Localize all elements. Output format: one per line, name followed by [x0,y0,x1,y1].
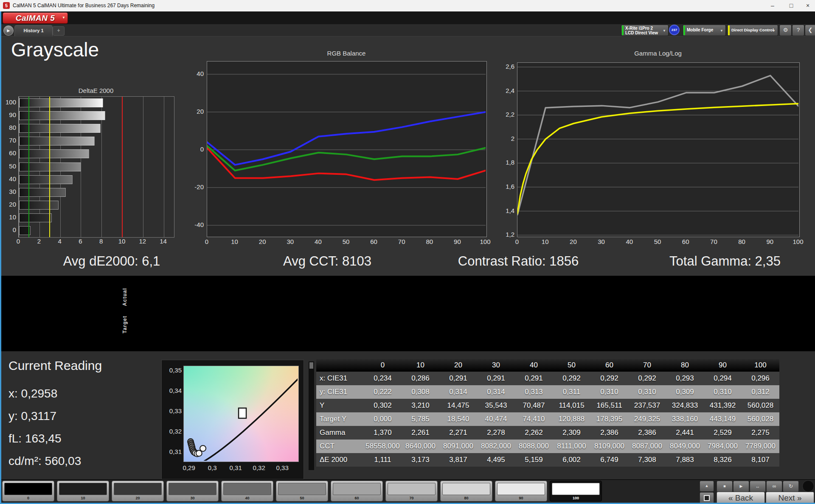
step-button[interactable]: ↔ [750,481,766,492]
pattern-tile-90[interactable]: 90 [495,481,547,501]
table-cell: 5,785 [402,412,439,426]
logo-row: CalMAN 5 ▼ [0,11,815,24]
pattern-window-button[interactable] [700,492,714,504]
deltae-xtick: 14 [158,238,169,245]
pattern-tile-100[interactable]: 100 [550,481,602,501]
refresh-button[interactable]: ↻ [783,481,799,492]
pattern-swatch-80 [442,483,490,495]
current-reading-y: y: 0,3117 [8,409,56,423]
rgb-ytick: 0 [182,146,204,153]
table-cell: 2,309 [553,426,590,440]
source-name: Mobile Forge [687,28,713,32]
step-icon: ↔ [756,484,760,489]
gamma-chart-title: Gamma Log/Log [603,50,713,57]
add-tab-button[interactable]: + [53,26,65,36]
deltae-xtick: 0 [13,238,23,245]
window-title: CalMAN 5 CalMAN Ultimate for Business 26… [13,3,155,8]
settings-button[interactable]: ⚙ [779,25,792,36]
table-cell: 2,261 [402,426,439,440]
pattern-tile-20[interactable]: 20 [112,481,164,501]
pattern-swatch-30 [169,483,216,495]
help-button[interactable]: ? [792,25,804,36]
table-header-cell: 90 [704,359,742,372]
current-reading-title: Current Reading [8,358,102,373]
table-header-cell: 40 [515,359,553,372]
gamma-xtick: 80 [736,238,748,245]
loop-icon: ∞ [773,483,776,489]
table-cell: 0,314 [477,385,515,399]
table-header-cell: 20 [439,359,477,372]
meter-selector[interactable]: X-Rite i1Pro 2 LCD Direct View ▼ [621,25,669,36]
rgb-xtick: 0 [200,238,213,245]
display-status-bar [728,25,730,35]
next-label: Next [778,493,795,502]
table-row-label: x: CIE31 [316,372,364,385]
gamma-ytick: 2,2 [494,111,514,118]
gamma-ytick: 2,4 [494,87,514,94]
meter-count-badge[interactable]: 237 [669,25,680,35]
ref-line-warning [49,97,50,237]
rgb-chart-title: RGB Balance [291,50,402,57]
minimize-button[interactable]: – [763,0,782,11]
display-control-selector[interactable]: Direct Display Control ▼ [727,25,778,36]
pattern-tile-80[interactable]: 80 [440,481,492,501]
pattern-tile-70[interactable]: 70 [385,481,438,501]
current-reading-fl: fL: 163,45 [8,432,62,445]
table-scrollbar-thumb[interactable] [309,362,313,369]
pattern-tile-60[interactable]: 60 [331,481,383,501]
table-cell: 0,292 [590,372,628,385]
deltae-xtick: 6 [75,238,85,245]
maximize-button[interactable]: □ [782,0,801,11]
pattern-tile-label: 90 [495,496,547,500]
pattern-up-button[interactable]: ▲ [700,481,714,492]
pattern-tile-40[interactable]: 40 [221,481,273,501]
cie-ytick: 0,34 [166,387,182,394]
calman-logo-menu[interactable]: CalMAN 5 ▼ [3,12,68,24]
table-cell: 8082,000 [477,440,515,453]
source-selector[interactable]: Mobile Forge ▼ [683,25,726,36]
pattern-tile-30[interactable]: 30 [166,481,219,501]
table-cell: 4,495 [477,453,515,467]
table-cell: 2,386 [590,426,628,440]
stop-button[interactable]: ■ [717,481,733,492]
close-button[interactable]: × [801,0,815,11]
table-cell: 0,296 [742,372,779,385]
pattern-swatch-90 [497,483,545,495]
pattern-tile-50[interactable]: 50 [276,481,328,501]
table-cell: 8,107 [742,453,779,467]
pattern-tile-10[interactable]: 10 [57,481,109,501]
gamma-xtick: 50 [651,238,664,245]
pattern-tile-0[interactable]: 0 [2,481,54,501]
play-button[interactable]: ▶ [733,481,749,492]
rgb-xtick: 90 [451,238,464,245]
current-reading-cdm2: cd/m²: 560,03 [8,454,81,468]
tab-scroll-button[interactable]: ▶ [3,25,14,36]
table-scrollbar[interactable] [309,361,314,470]
tab-history-1[interactable]: History 1 [14,25,53,36]
rgb-xtick: 20 [256,238,269,245]
next-button[interactable]: Next » [766,492,814,504]
collapse-toolbar-button[interactable]: ❮ [805,25,815,36]
table-cell: 0,314 [439,385,477,399]
deltae-bar-60 [19,149,89,158]
back-button[interactable]: « Back [717,492,765,504]
table-cell: 0,291 [515,372,553,385]
rgb-balance-chart [207,61,487,237]
loop-button[interactable]: ∞ [766,481,782,492]
gear-icon: ⚙ [783,27,788,33]
table-cell: 40,474 [477,412,515,426]
gamma-xtick: 10 [539,238,551,245]
ref-line-good [28,97,29,237]
deltae-ytick: 60 [1,149,16,157]
table-row-label: Y [316,399,364,412]
pattern-tile-label: 10 [57,496,109,500]
indicator-dot [802,480,814,492]
deltae-ytick: 50 [1,162,16,170]
deltae-bar-70 [19,137,95,146]
next-icon: » [797,493,802,502]
up-arrow-icon: ▲ [705,484,709,488]
table-cell: 0,292 [553,372,590,385]
table-cell: 0,291 [439,372,477,385]
table-cell: 8091,000 [439,440,477,453]
table-header-cell: 70 [628,359,666,372]
